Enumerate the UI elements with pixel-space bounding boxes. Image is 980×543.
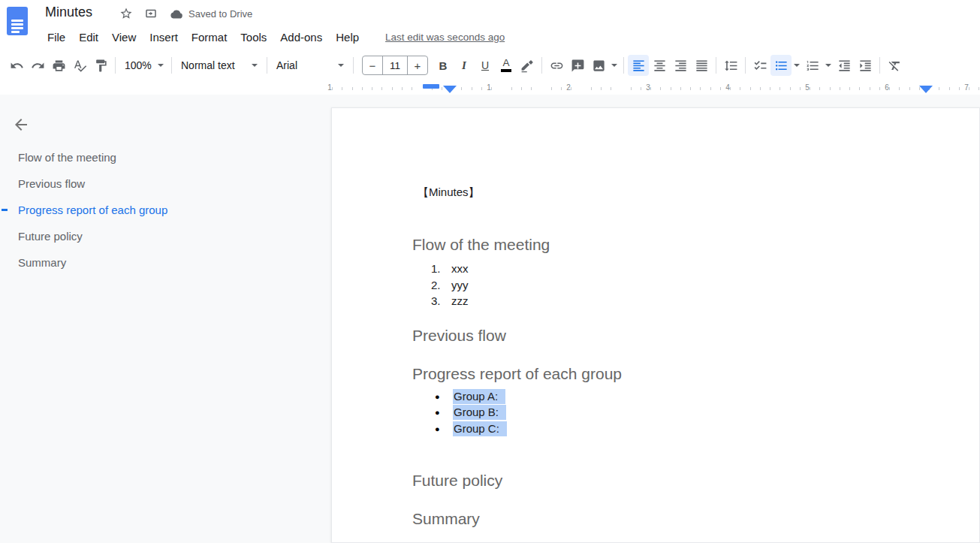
outline-list: Flow of the meeting Previous flow Progre…	[0, 144, 331, 276]
redo-button[interactable]	[27, 55, 48, 76]
toolbar: 100% Normal text Arial − 11 + B I U A	[0, 48, 980, 83]
doc-heading-future-policy[interactable]: Future policy	[412, 472, 502, 490]
bulleted-list[interactable]: ● Group A: ● Group B: ● Group C:	[435, 388, 507, 437]
insert-image-button[interactable]	[588, 55, 609, 76]
align-left-button[interactable]	[628, 55, 649, 76]
ruler-label: 3	[643, 83, 653, 92]
horizontal-ruler[interactable]: 1 1 2 3 4 5 6 7	[323, 83, 980, 95]
font-value: Arial	[276, 59, 297, 71]
list-item: ● Group C:	[435, 421, 507, 437]
outline-item-summary[interactable]: Summary	[0, 249, 331, 276]
decrease-indent-button[interactable]	[834, 55, 855, 76]
menu-edit[interactable]: Edit	[72, 29, 105, 46]
back-arrow-icon	[12, 123, 30, 136]
highlight-color-button[interactable]	[517, 55, 538, 76]
underline-button[interactable]: U	[475, 55, 496, 76]
numbered-list[interactable]: 1. xxx 2. yyy 3. zzz	[431, 261, 469, 309]
ruler-label: 1	[484, 83, 494, 92]
bulleted-list-button[interactable]	[770, 55, 792, 76]
add-comment-button[interactable]	[567, 55, 588, 76]
menubar: File Edit View Insert Format Tools Add-o…	[41, 27, 505, 47]
move-to-folder-icon[interactable]	[144, 7, 159, 22]
outline-item-previous-flow[interactable]: Previous flow	[0, 170, 331, 197]
ruler-label: 7	[961, 83, 972, 92]
saved-to-drive-cloud-icon	[170, 8, 185, 23]
ruler-label: 1	[324, 83, 335, 92]
spelling-check-button[interactable]	[69, 55, 90, 76]
zoom-value: 100%	[125, 59, 152, 71]
google-docs-logo-icon[interactable]	[7, 7, 28, 35]
outline-item-flow-of-the-meeting[interactable]: Flow of the meeting	[0, 144, 331, 170]
menu-file[interactable]: File	[41, 29, 72, 46]
decrease-font-size-button[interactable]: −	[363, 56, 382, 74]
active-section-indicator	[2, 209, 8, 211]
menu-format[interactable]: Format	[185, 29, 234, 46]
font-size-input[interactable]: 11	[382, 56, 408, 74]
bulleted-list-dropdown[interactable]	[792, 55, 802, 76]
insert-image-dropdown[interactable]	[609, 55, 620, 76]
document-page[interactable]: 【Minutes】 Flow of the meeting 1. xxx 2. …	[331, 107, 980, 543]
ruler-label: 5	[802, 83, 813, 92]
list-item: ● Group B:	[435, 405, 507, 421]
selected-text: Group B:	[453, 405, 506, 420]
menu-insert[interactable]: Insert	[143, 29, 185, 46]
text-color-button[interactable]: A	[496, 55, 517, 76]
checklist-button[interactable]	[749, 55, 770, 76]
document-outline-panel: Flow of the meeting Previous flow Progre…	[0, 95, 331, 543]
outline-item-progress-report[interactable]: Progress report of each group	[0, 197, 331, 223]
numbered-list-button[interactable]	[802, 55, 823, 76]
content-area: Flow of the meeting Previous flow Progre…	[0, 95, 980, 543]
increase-indent-button[interactable]	[855, 55, 876, 76]
selected-text: Group C:	[453, 421, 507, 436]
right-indent-marker[interactable]	[919, 86, 933, 93]
doc-heading-progress-report[interactable]: Progress report of each group	[412, 365, 622, 383]
left-indent-marker[interactable]	[443, 86, 457, 93]
italic-button[interactable]: I	[454, 55, 475, 76]
chevron-down-icon	[158, 64, 164, 67]
list-item: 1. xxx	[431, 261, 469, 277]
menu-help[interactable]: Help	[329, 29, 366, 46]
paint-format-button[interactable]	[90, 55, 111, 76]
doc-heading-previous-flow[interactable]: Previous flow	[412, 327, 506, 345]
ruler-label: 6	[882, 83, 892, 92]
close-outline-button[interactable]	[12, 116, 30, 134]
increase-font-size-button[interactable]: +	[408, 56, 427, 74]
menu-view[interactable]: View	[105, 29, 143, 46]
menu-addons[interactable]: Add-ons	[273, 29, 329, 46]
saved-status-text[interactable]: Saved to Drive	[188, 8, 252, 20]
chevron-down-icon	[338, 64, 344, 67]
list-item: 3. zzz	[431, 293, 469, 309]
line-spacing-button[interactable]	[720, 55, 741, 76]
numbered-list-dropdown[interactable]	[823, 55, 834, 76]
list-item: 2. yyy	[431, 277, 469, 294]
app-header: Minutes Saved to Drive File Edit View In…	[0, 0, 980, 48]
last-edit-link[interactable]: Last edit was seconds ago	[385, 32, 505, 43]
star-icon[interactable]	[119, 7, 134, 22]
zoom-select[interactable]: 100%	[119, 55, 167, 76]
clear-formatting-button[interactable]	[884, 55, 905, 76]
menu-tools[interactable]: Tools	[234, 29, 273, 46]
chevron-down-icon	[252, 64, 258, 67]
list-item: ● Group A:	[435, 388, 507, 405]
style-value: Normal text	[181, 59, 235, 71]
document-title[interactable]: Minutes	[45, 5, 92, 20]
insert-link-button[interactable]	[546, 55, 567, 76]
ruler-label: 2	[563, 83, 574, 92]
bold-button[interactable]: B	[433, 55, 454, 76]
align-right-button[interactable]	[670, 55, 691, 76]
font-size-control: − 11 +	[362, 56, 428, 75]
selected-text: Group A:	[453, 389, 505, 404]
doc-heading-flow[interactable]: Flow of the meeting	[412, 236, 550, 254]
paragraph-style-select[interactable]: Normal text	[176, 55, 263, 76]
font-family-select[interactable]: Arial	[271, 55, 349, 76]
align-center-button[interactable]	[649, 55, 670, 76]
justify-button[interactable]	[691, 55, 712, 76]
doc-heading-summary[interactable]: Summary	[412, 510, 480, 528]
undo-button[interactable]	[6, 55, 27, 76]
outline-item-future-policy[interactable]: Future policy	[0, 223, 331, 249]
first-line-indent-marker[interactable]	[423, 84, 439, 89]
doc-title-line[interactable]: 【Minutes】	[418, 186, 480, 200]
print-button[interactable]	[48, 55, 69, 76]
ruler-label: 4	[722, 83, 733, 92]
